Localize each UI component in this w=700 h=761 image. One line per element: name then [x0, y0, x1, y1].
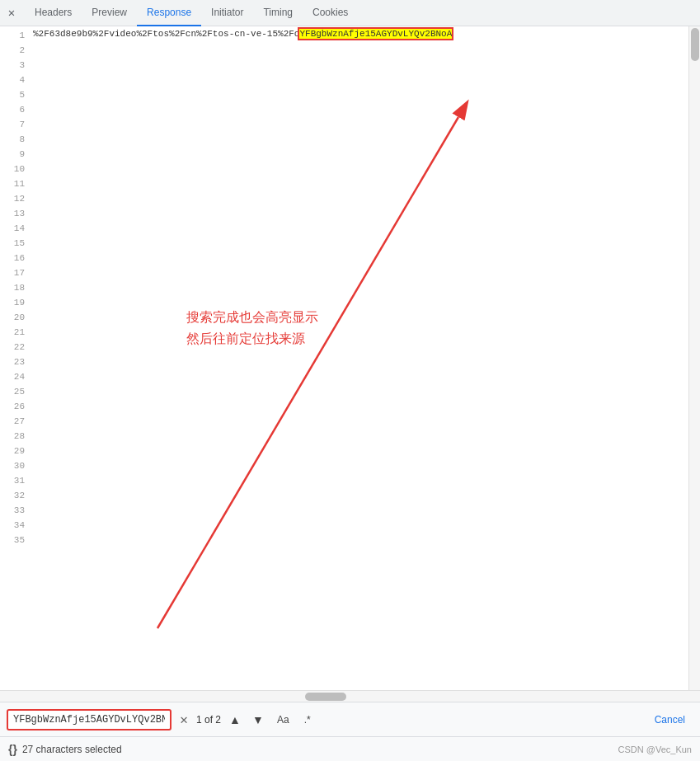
line-numbers: 1 2 3 4 5 6 7 8 9 10 11 12 13 14 15 16 1… — [0, 26, 30, 690]
line-num-23: 23 — [0, 355, 30, 369]
line-num-12: 12 — [0, 191, 30, 206]
code-line-1: %2F63d8e9b9%2Fvideo%2Ftos%2Fcn%2Ftos-cn-… — [30, 26, 688, 41]
line-num-15: 15 — [0, 236, 30, 251]
braces-icon: {} — [8, 743, 17, 756]
line-num-30: 30 — [0, 458, 30, 473]
code-line-12 — [30, 190, 688, 204]
line-num-5: 5 — [0, 87, 30, 102]
tab-preview[interactable]: Preview — [82, 0, 137, 26]
code-line-14 — [30, 219, 688, 234]
code-line-20 — [30, 308, 688, 323]
close-button[interactable]: ✕ — [3, 5, 20, 21]
scrollbar-thumb-vertical[interactable] — [691, 28, 699, 61]
code-line-29 — [30, 442, 688, 457]
code-line-18 — [30, 279, 688, 294]
line1-highlight-text: YFBgbWznAfje15AGYDvLYQv2BNoA — [299, 29, 452, 39]
chevron-down-icon: ▼ — [252, 713, 264, 726]
line-num-22: 22 — [0, 340, 30, 355]
line-num-7: 7 — [0, 117, 30, 132]
code-line-19 — [30, 294, 688, 308]
status-left: {} 27 characters selected — [8, 743, 122, 756]
code-line-9 — [30, 145, 688, 160]
code-line-26 — [30, 397, 688, 412]
line-num-18: 18 — [0, 280, 30, 295]
line-num-25: 25 — [0, 384, 30, 399]
line-num-35: 35 — [0, 533, 30, 547]
line-num-10: 10 — [0, 162, 30, 176]
code-line-2 — [30, 41, 688, 56]
code-line-35 — [30, 531, 688, 546]
code-line-6 — [30, 101, 688, 115]
search-input[interactable] — [7, 709, 171, 730]
search-bar: ✕ 1 of 2 ▲ ▼ Aa .* Cancel — [0, 702, 700, 736]
tab-bar: ✕ Headers Preview Response Initiator Tim… — [0, 0, 700, 26]
code-line-15 — [30, 234, 688, 249]
code-content: %2F63d8e9b9%2Fvideo%2Ftos%2Fcn%2Ftos-cn-… — [30, 26, 688, 690]
tab-response[interactable]: Response — [137, 0, 201, 26]
line-num-8: 8 — [0, 132, 30, 147]
regex-button[interactable]: .* — [299, 712, 316, 728]
line-num-32: 32 — [0, 488, 30, 503]
search-next-button[interactable]: ▼ — [249, 711, 267, 729]
code-line-22 — [30, 338, 688, 353]
code-line-7 — [30, 115, 688, 130]
match-case-button[interactable]: Aa — [272, 712, 294, 728]
code-line-13 — [30, 204, 688, 219]
main-content: 1 2 3 4 5 6 7 8 9 10 11 12 13 14 15 16 1… — [0, 26, 700, 761]
tab-cookies[interactable]: Cookies — [303, 0, 358, 26]
search-prev-button[interactable]: ▲ — [226, 711, 244, 729]
tab-headers[interactable]: Headers — [25, 0, 82, 26]
search-count: 1 of 2 — [196, 714, 221, 726]
line-num-20: 20 — [0, 310, 30, 325]
code-line-30 — [30, 457, 688, 472]
line-num-28: 28 — [0, 429, 30, 444]
code-line-4 — [30, 71, 688, 86]
line-num-24: 24 — [0, 369, 30, 384]
code-line-3 — [30, 56, 688, 71]
code-line-33 — [30, 501, 688, 516]
line-num-11: 11 — [0, 176, 30, 191]
status-bar: {} 27 characters selected CSDN @Vec_Kun — [0, 736, 700, 761]
line-num-33: 33 — [0, 503, 30, 518]
line-num-9: 9 — [0, 147, 30, 162]
code-line-27 — [30, 412, 688, 427]
code-line-21 — [30, 323, 688, 338]
search-clear-button[interactable]: ✕ — [176, 712, 191, 727]
line-num-17: 17 — [0, 265, 30, 280]
code-line-11 — [30, 175, 688, 190]
line-num-19: 19 — [0, 295, 30, 310]
selected-text-status: 27 characters selected — [22, 744, 122, 755]
clear-icon: ✕ — [180, 712, 188, 728]
search-cancel-button[interactable]: Cancel — [646, 711, 693, 729]
line-num-21: 21 — [0, 325, 30, 340]
code-line-16 — [30, 249, 688, 264]
line-num-2: 2 — [0, 43, 30, 58]
watermark: CSDN @Vec_Kun — [618, 745, 692, 754]
code-line-34 — [30, 516, 688, 531]
code-line-24 — [30, 368, 688, 383]
code-line-5 — [30, 86, 688, 101]
code-line-32 — [30, 486, 688, 501]
line-num-3: 3 — [0, 58, 30, 73]
line-num-26: 26 — [0, 399, 30, 414]
vertical-scrollbar[interactable] — [688, 26, 700, 690]
code-line-10 — [30, 160, 688, 175]
horizontal-scrollbar[interactable] — [0, 690, 700, 702]
scrollbar-thumb-horizontal[interactable] — [305, 693, 346, 701]
code-line-23 — [30, 353, 688, 368]
line-num-29: 29 — [0, 444, 30, 458]
line-num-31: 31 — [0, 473, 30, 488]
code-line-8 — [30, 130, 688, 145]
line-num-27: 27 — [0, 414, 30, 429]
line-num-34: 34 — [0, 518, 30, 533]
line-num-6: 6 — [0, 102, 30, 117]
tab-initiator[interactable]: Initiator — [201, 0, 253, 26]
code-line-25 — [30, 383, 688, 397]
line-num-1: 1 — [0, 28, 30, 43]
code-line-17 — [30, 264, 688, 279]
line-num-4: 4 — [0, 73, 30, 87]
line-num-16: 16 — [0, 251, 30, 265]
line-num-13: 13 — [0, 206, 30, 221]
close-icon: ✕ — [8, 6, 15, 20]
tab-timing[interactable]: Timing — [253, 0, 303, 26]
